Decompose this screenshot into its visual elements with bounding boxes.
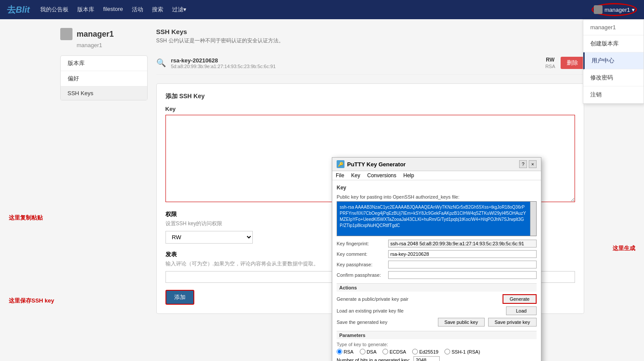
radio-ecdsa-input[interactable]: [382, 349, 388, 354]
putty-confirm-input[interactable]: [388, 271, 537, 279]
ssh-keys-title: SSH Keys: [156, 28, 584, 35]
dropdown-user-center[interactable]: 用户中心: [583, 52, 644, 69]
nav-activity[interactable]: 活动: [132, 6, 143, 14]
putty-scrollbar[interactable]: [530, 202, 536, 236]
putty-save-public-button[interactable]: Save public key: [438, 318, 485, 327]
radio-ecdsa-label: ECDSA: [389, 349, 406, 354]
key-name: rsa-key-20210628: [171, 57, 540, 64]
putty-app-icon: 🔑: [337, 160, 344, 168]
putty-load-row: Load an existing private key file Load: [337, 306, 537, 315]
putty-generate-row: Generate a public/private key pair Gener…: [337, 294, 537, 304]
add-button[interactable]: 添加: [165, 290, 194, 305]
dropdown-logout[interactable]: 注销: [583, 86, 644, 103]
user-menu-trigger[interactable]: manager1 ▾: [592, 3, 637, 16]
dropdown-change-password[interactable]: 修改密码: [583, 69, 644, 86]
putty-comment-input[interactable]: [388, 250, 537, 258]
profile-header: manager1: [60, 28, 148, 40]
nav-search[interactable]: 搜索: [152, 6, 163, 14]
radio-ssh1-label: SSH-1 (RSA): [451, 349, 480, 354]
permission-rw: RW: [546, 57, 554, 63]
ssh-keys-description: SSH 公约认证是一种不同于密码认证的安全认证方法。: [156, 37, 584, 45]
profile-section: manager1 manager1 版本库 偏好 SSH Keys: [60, 28, 148, 314]
putty-load-label: Load an existing private key file: [337, 308, 503, 313]
dropdown-create-repo[interactable]: 创建版本库: [583, 35, 644, 52]
profile-name: manager1: [77, 30, 114, 39]
putty-save-row: Save the generated key Save public key S…: [337, 318, 537, 327]
user-name: manager1: [604, 7, 630, 13]
putty-public-key-box: ssh-rsa AAAAB3NzaC1yc2EAAAABJQAAAQEAnWyT…: [337, 201, 537, 236]
radio-ed25519-input[interactable]: [412, 349, 418, 354]
annotation-save: 这里保存SSH key: [9, 297, 54, 305]
putty-window-controls: ? ×: [519, 160, 537, 168]
avatar: [60, 28, 72, 40]
radio-ed25519[interactable]: Ed25519: [412, 349, 438, 354]
putty-bits-label: Number of bits in a generated key:: [337, 358, 410, 361]
putty-titlebar: 🔑 PuTTY Key Generator ? ×: [332, 158, 541, 171]
putty-window: 🔑 PuTTY Key Generator ? × File Key Conve…: [332, 157, 541, 361]
putty-save-label: Save the generated key: [337, 320, 434, 325]
putty-public-key-label: Public key for pasting into OpenSSH auth…: [337, 194, 537, 199]
add-form-title: 添加 SSH Key: [165, 93, 575, 100]
nav-repo[interactable]: 版本库: [77, 6, 94, 14]
radio-rsa[interactable]: RSA: [337, 349, 354, 354]
putty-confirm-label: Confirm passphrase:: [337, 272, 385, 278]
putty-menu-file[interactable]: File: [336, 172, 344, 179]
putty-load-button[interactable]: Load: [506, 306, 537, 315]
putty-generate-label: Generate a public/private key pair: [337, 296, 499, 302]
putty-close-button[interactable]: ×: [529, 160, 537, 168]
radio-rsa-label: RSA: [344, 349, 354, 354]
radio-dsa[interactable]: DSA: [360, 349, 377, 354]
permission-type: RSA: [545, 64, 555, 69]
brand-logo[interactable]: 去Blit: [7, 4, 30, 16]
profile-subname: manager1: [77, 42, 148, 48]
annotation-generate: 这里生成: [613, 244, 635, 252]
putty-menu-conversions[interactable]: Conversions: [367, 172, 396, 179]
putty-fingerprint-label: Key fingerprint:: [337, 241, 385, 246]
nav-filter[interactable]: 过滤▾: [172, 6, 186, 14]
putty-radio-row: RSA DSA ECDSA Ed25519 SSH-1 (RSA): [337, 349, 537, 354]
putty-generate-button[interactable]: Generate: [503, 294, 537, 304]
putty-key-section: Key: [337, 185, 537, 191]
putty-params-section: Parameters: [337, 331, 537, 339]
radio-ecdsa[interactable]: ECDSA: [382, 349, 406, 354]
putty-menu-key[interactable]: Key: [351, 172, 360, 179]
putty-question-button[interactable]: ?: [519, 160, 527, 168]
chevron-down-icon: ▾: [632, 7, 635, 13]
user-button[interactable]: manager1 ▾: [592, 3, 637, 16]
putty-save-private-button[interactable]: Save private key: [488, 318, 537, 327]
radio-dsa-input[interactable]: [360, 349, 365, 354]
putty-type-label: Type of key to generate:: [337, 342, 537, 347]
delete-key-button[interactable]: 删除: [561, 57, 584, 69]
key-field-label: Key: [165, 106, 575, 112]
putty-comment-label: Key comment:: [337, 251, 385, 257]
putty-menubar: File Key Conversions Help: [332, 171, 541, 180]
putty-menu-help[interactable]: Help: [403, 172, 414, 179]
permissions-select[interactable]: RW R: [165, 231, 253, 244]
putty-body: Key Public key for pasting into OpenSSH …: [332, 180, 541, 361]
sidebar-item-ssh-keys[interactable]: SSH Keys: [61, 86, 147, 100]
putty-public-key-content: ssh-rsa AAAAB3NzaC1yc2EAAAABJQAAAQEAnWyT…: [340, 204, 534, 229]
dropdown-username: manager1: [583, 20, 644, 35]
sidebar-item-prefs[interactable]: 偏好: [61, 71, 147, 86]
putty-fingerprint-input[interactable]: [388, 240, 537, 248]
radio-ssh1[interactable]: SSH-1 (RSA): [444, 349, 480, 354]
radio-ssh1-input[interactable]: [444, 349, 450, 354]
nav-filestore[interactable]: filestore: [103, 6, 123, 14]
putty-passphrase-input[interactable]: [388, 261, 537, 268]
radio-rsa-input[interactable]: [337, 349, 342, 354]
sidebar-nav: 版本库 偏好 SSH Keys: [60, 55, 148, 100]
radio-ed25519-label: Ed25519: [419, 349, 438, 354]
user-avatar: [594, 5, 603, 14]
putty-comment-row: Key comment:: [337, 250, 537, 258]
annotation-copy: 这里复制粘贴: [9, 214, 43, 222]
putty-bits-row: Number of bits in a generated key:: [337, 356, 537, 361]
putty-actions-section: Actions: [337, 283, 537, 292]
putty-passphrase-label: Key passphrase:: [337, 262, 385, 267]
key-icon: 🔍: [156, 58, 166, 68]
key-permissions: RW RSA: [545, 57, 555, 69]
putty-confirm-row: Confirm passphrase:: [337, 271, 537, 279]
nav-bulletin[interactable]: 我的公告板: [40, 6, 69, 14]
putty-bits-input[interactable]: [413, 356, 440, 361]
key-fingerprint: 5d:a8:20:99:3b:9e:a1:27:14:93:5c:23:9b:5…: [171, 64, 540, 69]
sidebar-item-repos[interactable]: 版本库: [61, 56, 147, 71]
